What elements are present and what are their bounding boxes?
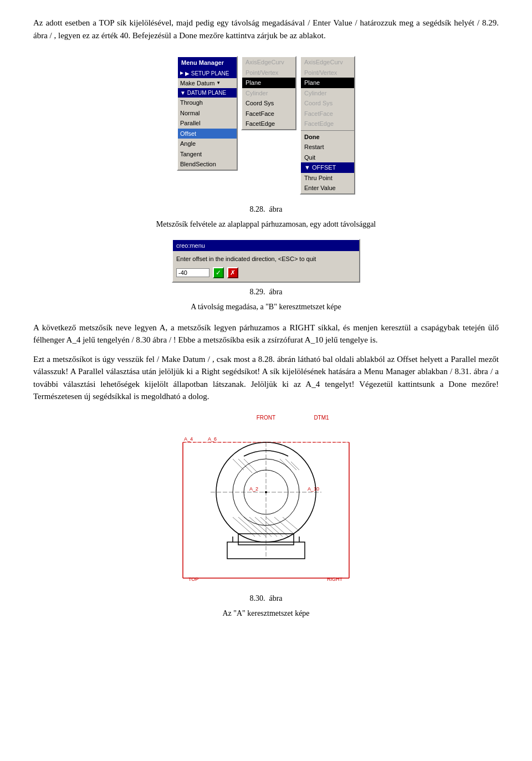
panel2-thrupoint[interactable]: Thru Point bbox=[301, 173, 354, 183]
panel2-entervalue[interactable]: Enter Value bbox=[301, 183, 354, 193]
svg-text:TOP: TOP bbox=[188, 576, 198, 582]
offset-dialog-title: creo:menu bbox=[173, 240, 359, 252]
datum-plane-header[interactable]: ▼ DATUM PLANE bbox=[178, 88, 237, 98]
panel2-pointvertex[interactable]: Point/Vertex bbox=[301, 68, 354, 78]
make-datum-btn[interactable]: Make Datum ▼ bbox=[178, 78, 237, 89]
menu-offset[interactable]: Offset bbox=[178, 129, 237, 139]
panel1-facetedge[interactable]: FacetEdge bbox=[242, 119, 295, 129]
offset-cancel-button[interactable]: ✗ bbox=[227, 267, 238, 278]
caption-8-28: 8.28. ábra bbox=[249, 203, 282, 215]
panel2-cylinder[interactable]: Cylinder bbox=[301, 88, 354, 99]
float-panel-1: AxisEdgeCurv Point/Vertex Plane Cylinder… bbox=[241, 56, 296, 130]
svg-text:FRONT: FRONT bbox=[257, 415, 275, 421]
panel2-coordsys[interactable]: Coord Sys bbox=[301, 98, 354, 109]
menu-angle[interactable]: Angle bbox=[178, 139, 237, 149]
offset-ok-button[interactable]: ✓ bbox=[213, 267, 224, 278]
caption-8-29: 8.29. ábra bbox=[249, 286, 282, 298]
figure-8-28: Menu Manager ▶ ▶ SETUP PLANE Make Datum … bbox=[33, 50, 499, 230]
setup-plane-header[interactable]: ▶ ▶ SETUP PLANE bbox=[178, 69, 237, 78]
panel1-pointvertex[interactable]: Point/Vertex bbox=[242, 68, 295, 78]
menu-through[interactable]: Through bbox=[178, 98, 237, 108]
caption-8-30: 8.30. ábra bbox=[249, 593, 282, 604]
caption-text-8-30: Az "A" keresztmetszet képe bbox=[222, 607, 309, 619]
menu-blendsection[interactable]: BlendSection bbox=[178, 159, 237, 170]
offset-prompt: Enter offset in the indicated direction,… bbox=[176, 254, 356, 264]
svg-text:DTM1: DTM1 bbox=[314, 415, 329, 421]
paragraph-5: Ezt a metszősíkot is úgy vesszük fel / M… bbox=[33, 353, 499, 403]
caption-text-8-29: A távolság megadása, a "B" keresztmetsze… bbox=[191, 301, 341, 313]
menu-manager-title: Menu Manager bbox=[178, 57, 237, 69]
figure-8-30: FRONT DTM1 A_4 A_6 A_2 A_10 bbox=[33, 412, 499, 619]
menu-manager-window: Menu Manager ▶ ▶ SETUP PLANE Make Datum … bbox=[177, 56, 238, 171]
paragraph-1: Az adott esetben a TOP sík kijelölésével… bbox=[33, 17, 499, 42]
panel2-facetedge[interactable]: FacetEdge bbox=[301, 119, 354, 129]
svg-text:A_6: A_6 bbox=[208, 436, 217, 442]
panel2-quit[interactable]: Quit bbox=[301, 152, 354, 163]
panel2-offset-header: ▼ OFFSET bbox=[301, 162, 354, 173]
paragraph-4: A következő metszősík neve legyen A, a m… bbox=[33, 321, 499, 346]
menu-tangent[interactable]: Tangent bbox=[178, 149, 237, 160]
figure-8-29: creo:menu Enter offset in the indicated … bbox=[33, 239, 499, 313]
panel2-restart[interactable]: Restart bbox=[301, 142, 354, 152]
svg-text:A_4: A_4 bbox=[184, 436, 193, 442]
panel1-axisedgecurv[interactable]: AxisEdgeCurv bbox=[242, 57, 295, 68]
menu-normal[interactable]: Normal bbox=[178, 108, 237, 119]
offset-input-row: ✓ ✗ bbox=[176, 267, 356, 278]
panel1-cylinder[interactable]: Cylinder bbox=[242, 88, 295, 99]
svg-text:RIGHT: RIGHT bbox=[327, 576, 343, 582]
panel2-plane[interactable]: Plane bbox=[301, 78, 354, 88]
panel1-coordsys[interactable]: Coord Sys bbox=[242, 98, 295, 109]
offset-value-input[interactable] bbox=[176, 268, 209, 277]
float-panel-2: AxisEdgeCurv Point/Vertex Plane Cylinder… bbox=[300, 56, 355, 195]
menu-parallel[interactable]: Parallel bbox=[178, 118, 237, 129]
panel2-done[interactable]: Done bbox=[301, 132, 354, 142]
panel2-axisedgecurv[interactable]: AxisEdgeCurv bbox=[301, 57, 354, 68]
caption-text-8-28: Metszősík felvétele az alaplappal párhuz… bbox=[156, 218, 376, 230]
technical-drawing-svg: FRONT DTM1 A_4 A_6 A_2 A_10 bbox=[172, 412, 360, 589]
menu-manager-area: Menu Manager ▶ ▶ SETUP PLANE Make Datum … bbox=[177, 56, 355, 195]
svg-text:A_10: A_10 bbox=[308, 486, 319, 492]
panel1-plane[interactable]: Plane bbox=[242, 78, 295, 88]
svg-text:A_2: A_2 bbox=[249, 486, 258, 492]
panel2-facetface[interactable]: FacetFace bbox=[301, 109, 354, 119]
panel1-facetface[interactable]: FacetFace bbox=[242, 109, 295, 119]
offset-dialog: creo:menu Enter offset in the indicated … bbox=[172, 239, 360, 283]
